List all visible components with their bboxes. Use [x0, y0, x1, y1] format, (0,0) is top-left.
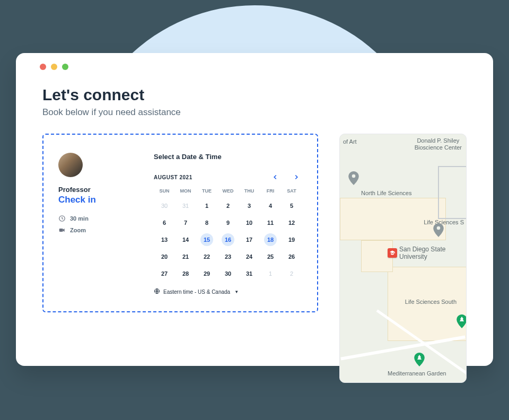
timezone-label: Eastern time - US & Canada — [163, 289, 230, 295]
calendar-day[interactable]: 23 — [217, 250, 239, 264]
prev-month-button[interactable] — [269, 171, 281, 183]
map-label: of Art — [343, 138, 357, 145]
map-pin-icon — [433, 223, 444, 237]
calendar-day: 30 — [154, 199, 175, 213]
calendar-day[interactable]: 8 — [196, 216, 217, 230]
maximize-window-button[interactable] — [62, 64, 68, 70]
calendar-day[interactable]: 14 — [175, 233, 196, 247]
calendar-day[interactable]: 26 — [281, 250, 302, 264]
next-month-button[interactable] — [291, 171, 302, 183]
calendar-day[interactable]: 6 — [154, 216, 175, 230]
calendar-day[interactable]: 17 — [239, 233, 260, 247]
calendar-day[interactable]: 25 — [260, 250, 281, 264]
map-label: Mediterranean Garden — [388, 370, 446, 377]
map-university-marker[interactable]: San Diego State University — [388, 246, 445, 260]
map-panel[interactable]: of Art Donald P. Shiley Bioscience Cente… — [339, 134, 467, 383]
page-title: Let's connect — [42, 86, 467, 104]
calendar-day[interactable]: 16 — [217, 233, 239, 247]
host-role: Professor — [58, 186, 138, 194]
map-label: Life Sciences S — [424, 219, 464, 226]
page-subtitle: Book below if you need assistance — [42, 107, 467, 118]
calendar-day[interactable]: 10 — [239, 216, 260, 230]
calendar-day[interactable]: 30 — [217, 267, 239, 281]
calendar-dow: SUN — [154, 188, 175, 196]
calendar-day[interactable]: 2 — [217, 199, 239, 213]
calendar-day[interactable]: 7 — [175, 216, 196, 230]
timezone-selector[interactable]: Eastern time - US & Canada ▼ — [154, 288, 302, 295]
map-label: North Life Sciences — [361, 190, 411, 197]
calendar-day[interactable]: 21 — [175, 250, 196, 264]
calendar-day[interactable]: 29 — [196, 267, 217, 281]
calendar-day[interactable]: 4 — [260, 199, 281, 213]
calendar-day[interactable]: 31 — [239, 267, 260, 281]
calendar-day[interactable]: 3 — [239, 199, 260, 213]
calendar-day[interactable]: 12 — [281, 216, 302, 230]
svg-point-3 — [352, 174, 356, 178]
booking-widget: Professor Check in 30 min Zoom — [42, 134, 318, 312]
calendar-dow: MON — [175, 188, 196, 196]
calendar-day[interactable]: 15 — [196, 233, 217, 247]
window-controls — [40, 64, 467, 70]
clock-icon — [58, 215, 66, 222]
calendar-dow: THU — [239, 188, 260, 196]
map-pin-icon — [348, 171, 359, 185]
host-avatar — [58, 153, 83, 177]
calendar-day: 1 — [260, 267, 281, 281]
duration-row: 30 min — [58, 215, 138, 222]
calendar-day[interactable]: 19 — [281, 233, 302, 247]
calendar-day[interactable]: 27 — [154, 267, 175, 281]
app-window: Let's connect Book below if you need ass… — [16, 53, 493, 366]
calendar-day[interactable]: 11 — [260, 216, 281, 230]
map-park-pin-icon — [414, 353, 425, 366]
calendar-day[interactable]: 1 — [196, 199, 217, 213]
calendar-day[interactable]: 13 — [154, 233, 175, 247]
graduation-cap-icon — [388, 248, 397, 258]
video-icon — [58, 226, 66, 234]
map-university-label: San Diego State University — [399, 246, 445, 260]
calendar-day: 31 — [175, 199, 196, 213]
close-window-button[interactable] — [40, 64, 46, 70]
calendar-day[interactable]: 18 — [260, 233, 281, 247]
minimize-window-button[interactable] — [51, 64, 57, 70]
calendar-dow: WED — [217, 188, 239, 196]
calendar-day[interactable]: 24 — [239, 250, 260, 264]
location-label: Zoom — [70, 227, 86, 233]
event-type: Check in — [58, 195, 138, 205]
map-park-pin-icon — [457, 314, 467, 328]
svg-rect-1 — [59, 229, 63, 232]
svg-point-4 — [437, 226, 441, 230]
calendar-day[interactable]: 9 — [217, 216, 239, 230]
map-label: Donald P. Shiley Bioscience Center — [415, 137, 462, 151]
duration-label: 30 min — [70, 215, 89, 222]
calendar-day: 2 — [281, 267, 302, 281]
calendar-month-label: AUGUST 2021 — [154, 174, 192, 180]
location-row: Zoom — [58, 226, 138, 234]
calendar-day[interactable]: 20 — [154, 250, 175, 264]
calendar-dow: SAT — [281, 188, 302, 196]
globe-icon — [154, 288, 160, 295]
map-label: Life Sciences South — [405, 299, 457, 305]
calendar-day[interactable]: 28 — [175, 267, 196, 281]
caret-down-icon: ▼ — [234, 290, 239, 294]
calendar-dow: FRI — [260, 188, 281, 196]
calendar-title: Select a Date & Time — [154, 153, 302, 161]
calendar-grid: SUNMONTUEWEDTHUFRISAT3031123456789101112… — [154, 188, 302, 281]
calendar-day[interactable]: 5 — [281, 199, 302, 213]
calendar-dow: TUE — [196, 188, 217, 196]
calendar-day[interactable]: 22 — [196, 250, 217, 264]
